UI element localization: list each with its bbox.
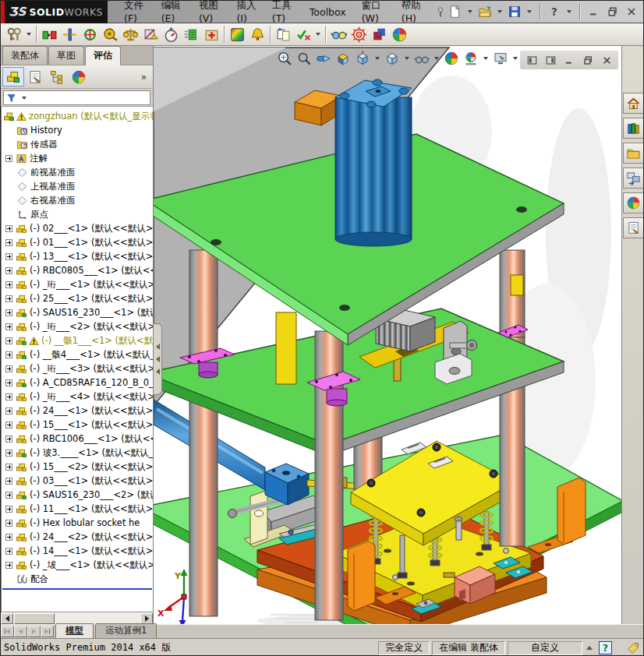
clearance-verification-button[interactable]: [59, 24, 80, 44]
check-document-caret-icon[interactable]: [316, 33, 320, 36]
menu-w[interactable]: 窗口(W): [355, 0, 393, 26]
configurationmanager-tab[interactable]: [46, 67, 68, 86]
menu-f[interactable]: 文件(F): [117, 0, 153, 26]
close-document-button[interactable]: [600, 52, 614, 68]
help-caret-icon[interactable]: [567, 10, 571, 13]
hide-show-items-button[interactable]: [412, 49, 431, 68]
expand-icon[interactable]: [5, 548, 12, 555]
open-document-caret-icon[interactable]: [497, 10, 502, 13]
performance-evaluation-button[interactable]: [161, 24, 181, 44]
tree-item[interactable]: zongzhuan (默认<默认_显示状态-1>): [2, 109, 153, 123]
tree-item[interactable]: 配合: [2, 572, 153, 586]
zoom-to-area-button[interactable]: [295, 49, 313, 68]
expand-icon[interactable]: [5, 281, 12, 288]
previous-pane-button[interactable]: [525, 52, 539, 68]
expand-icon[interactable]: [5, 393, 12, 400]
tree-item[interactable]: (-) Hex lobular socket he: [2, 516, 153, 530]
compare-documents-button[interactable]: [273, 24, 293, 44]
tree-item[interactable]: (-) 24___<2> (默认<<默认>_显示状态 1>): [2, 530, 153, 544]
tree-item[interactable]: 传感器: [2, 137, 153, 151]
previous-view-button[interactable]: [314, 49, 333, 68]
apply-scene-button[interactable]: [462, 49, 480, 68]
next-pane-button[interactable]: [543, 52, 557, 68]
expand-icon[interactable]: [5, 239, 12, 246]
tree-item[interactable]: (-) _珩___<3> (默认<<默认>_显示状态 1>): [2, 362, 153, 376]
view-settings-button[interactable]: [491, 49, 510, 68]
restore-window-button[interactable]: [604, 4, 621, 19]
expand-icon[interactable]: [5, 421, 12, 429]
tab-装配体[interactable]: 装配体: [2, 46, 48, 65]
tree-item[interactable]: (-) 14___<1> (默认<<默认>_显示状态 1>): [2, 544, 153, 558]
expand-icon[interactable]: [5, 379, 12, 386]
expand-icon[interactable]: [5, 253, 12, 260]
tree-item[interactable]: (-) 玻3.____<1> (默认<默认_显示状态 1>): [2, 446, 153, 460]
go-previous-frame-button[interactable]: [14, 626, 27, 637]
menu-e[interactable]: 编辑(E): [154, 0, 190, 26]
expand-icon[interactable]: [5, 323, 12, 330]
section-view-button[interactable]: [334, 49, 352, 68]
expand-icon[interactable]: [5, 309, 12, 316]
minimize-document-button[interactable]: [562, 52, 576, 68]
tree-item[interactable]: (-) 24___<1> (默认<<默认>_显示状态 1>): [2, 404, 153, 418]
tree-item[interactable]: (-) A_CD85RAF16_120_B_0___: [2, 376, 153, 390]
scroll-left-button[interactable]: [1, 613, 13, 624]
menu-i[interactable]: 插入(I): [229, 0, 263, 26]
design-library-tab[interactable]: [623, 118, 644, 139]
tree-item[interactable]: (-) _珩___<2> (默认<<默认>_显示状态 1>): [2, 319, 153, 333]
rollback-bar[interactable]: [2, 588, 152, 590]
curvature-display-button[interactable]: [227, 24, 247, 44]
tab-评估[interactable]: 评估: [85, 46, 121, 65]
menu-t[interactable]: 工具(T): [265, 0, 301, 26]
assembly-visualization-button[interactable]: [181, 24, 201, 44]
status-custom-cell[interactable]: 自定义: [508, 641, 582, 655]
display-style-caret-icon[interactable]: [405, 57, 409, 60]
quick-tips-help-button[interactable]: ?: [599, 641, 612, 654]
large-design-review-button[interactable]: [328, 24, 349, 44]
close-window-button[interactable]: [623, 4, 640, 19]
expand-icon[interactable]: [5, 492, 12, 499]
hole-alignment-button[interactable]: [80, 24, 100, 44]
exploded-view-button[interactable]: [349, 24, 369, 44]
go-first-frame-button[interactable]: [1, 626, 14, 637]
tree-item[interactable]: (-) 02___<1> (默认<<默认>_显示状态 1>): [2, 221, 153, 235]
tree-item[interactable]: (-) 15___<2> (默认<<默认>_显示状态 1>): [2, 460, 153, 474]
help-button[interactable]: [546, 3, 563, 20]
menu-h[interactable]: 帮助(H): [395, 0, 431, 26]
tree-item[interactable]: 上视基准面: [2, 179, 153, 193]
expand-icon[interactable]: [5, 365, 12, 372]
panel-collapse-splitter[interactable]: [154, 323, 162, 395]
custom-properties-tab[interactable]: [623, 217, 644, 238]
tree-item[interactable]: (-) 01___<1> (默认<<默认>_显示状态 1>): [2, 235, 153, 249]
measure-button[interactable]: [100, 24, 120, 44]
view-orientation-button[interactable]: [353, 49, 372, 68]
file-explorer-tab[interactable]: [623, 143, 644, 164]
section-properties-button[interactable]: [140, 24, 161, 44]
view-settings-caret-icon[interactable]: [513, 57, 518, 60]
restore-document-button[interactable]: [581, 52, 595, 68]
zoom-to-fit-button[interactable]: [275, 49, 294, 68]
expand-icon[interactable]: [5, 534, 12, 541]
expand-icon[interactable]: [5, 478, 12, 485]
tree-item[interactable]: (-) _坺___<1> (默认<<默认>_显示状态 1>): [2, 558, 153, 572]
expand-icon[interactable]: [5, 520, 12, 527]
save-document-caret-icon[interactable]: [527, 10, 532, 13]
status-expand-caret-icon[interactable]: [586, 646, 593, 650]
tree-item[interactable]: History: [2, 123, 153, 137]
selection-filter-caret-icon[interactable]: [27, 33, 31, 36]
appearances-scenes-tab[interactable]: [623, 192, 644, 213]
tags-icon[interactable]: [626, 641, 640, 655]
tree-item[interactable]: 前视基准面: [2, 165, 153, 179]
expand-icon[interactable]: [5, 225, 12, 232]
tree-item[interactable]: (-) SAUS16_230___<1> (默认<<默认>_显示状态 1>): [2, 305, 153, 319]
menu-pin-icon[interactable]: [434, 5, 447, 18]
expand-icon[interactable]: [5, 464, 12, 471]
displaymanager-tab[interactable]: [68, 67, 90, 86]
new-document-button[interactable]: [447, 3, 464, 20]
tree-horizontal-scrollbar[interactable]: [1, 612, 153, 624]
interference-detection-button[interactable]: [39, 24, 59, 44]
manager-overflow-button[interactable]: »: [141, 72, 151, 83]
apply-scene-caret-icon[interactable]: [483, 57, 488, 60]
expand-icon[interactable]: [5, 450, 12, 457]
solidworks-resources-tab[interactable]: [623, 93, 644, 114]
check-document-button[interactable]: [293, 24, 313, 44]
